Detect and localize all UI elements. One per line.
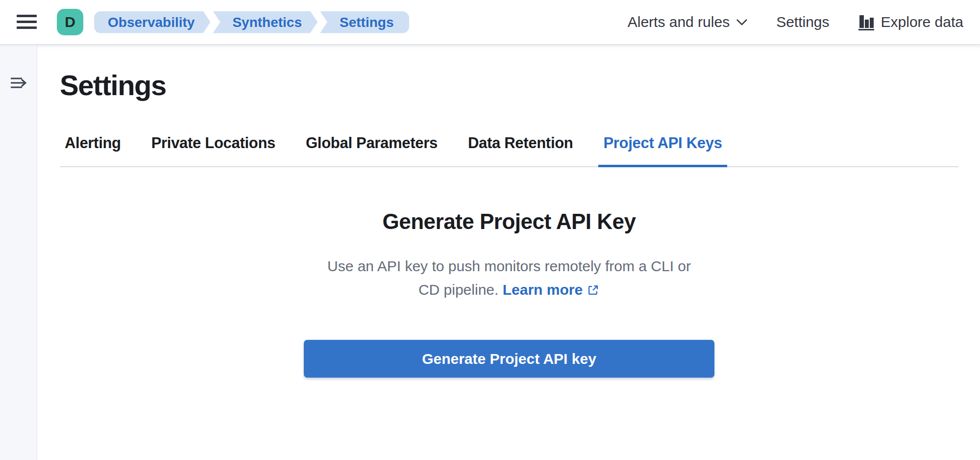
page-title: Settings <box>60 68 958 102</box>
hamburger-icon <box>17 14 37 30</box>
learn-more-label: Learn more <box>503 278 583 302</box>
expand-sidebar-button[interactable] <box>8 73 29 93</box>
header-settings-link[interactable]: Settings <box>776 14 829 30</box>
breadcrumb-settings[interactable]: Settings <box>320 11 409 33</box>
tab-private-locations[interactable]: Private Locations <box>147 134 280 166</box>
top-header-bar: D Observability Synthetics Settings Aler… <box>0 0 980 45</box>
hamburger-menu-button[interactable] <box>16 13 37 31</box>
description-line-2-text: CD pipeline. <box>418 281 498 298</box>
learn-more-link[interactable]: Learn more <box>503 278 600 302</box>
alerts-and-rules-label: Alerts and rules <box>628 14 730 30</box>
generate-api-key-panel: Generate Project API Key Use an API key … <box>60 208 958 378</box>
page-body: Settings Alerting Private Locations Glob… <box>0 45 980 460</box>
alerts-and-rules-menu[interactable]: Alerts and rules <box>628 14 748 30</box>
explore-data-label: Explore data <box>881 14 963 30</box>
header-nav: Alerts and rules Settings Explore data <box>628 13 963 31</box>
avatar[interactable]: D <box>57 9 83 35</box>
menu-right-icon <box>9 75 28 91</box>
panel-heading: Generate Project API Key <box>60 208 958 235</box>
collapsed-sidebar <box>0 45 37 460</box>
breadcrumb-synthetics[interactable]: Synthetics <box>213 11 318 33</box>
description-line-2: CD pipeline. Learn more <box>60 278 958 302</box>
tab-data-retention[interactable]: Data Retention <box>463 134 578 166</box>
explore-data-link[interactable]: Explore data <box>858 13 963 31</box>
tab-global-parameters[interactable]: Global Parameters <box>301 134 442 166</box>
description-line-1: Use an API key to push monitors remotely… <box>60 255 958 278</box>
main-content: Settings Alerting Private Locations Glob… <box>37 45 980 460</box>
breadcrumb-observability[interactable]: Observability <box>94 11 210 33</box>
settings-tabs: Alerting Private Locations Global Parame… <box>60 134 958 167</box>
avatar-initial: D <box>65 14 75 30</box>
external-link-icon <box>587 283 600 297</box>
tab-alerting[interactable]: Alerting <box>60 134 126 166</box>
chevron-down-icon <box>736 18 748 26</box>
generate-project-api-key-button[interactable]: Generate Project API key <box>304 340 714 378</box>
breadcrumb: Observability Synthetics Settings <box>94 11 409 33</box>
bar-chart-icon <box>858 13 875 31</box>
tab-project-api-keys[interactable]: Project API Keys <box>598 134 727 166</box>
panel-description: Use an API key to push monitors remotely… <box>60 255 958 302</box>
header-settings-label: Settings <box>776 14 829 30</box>
